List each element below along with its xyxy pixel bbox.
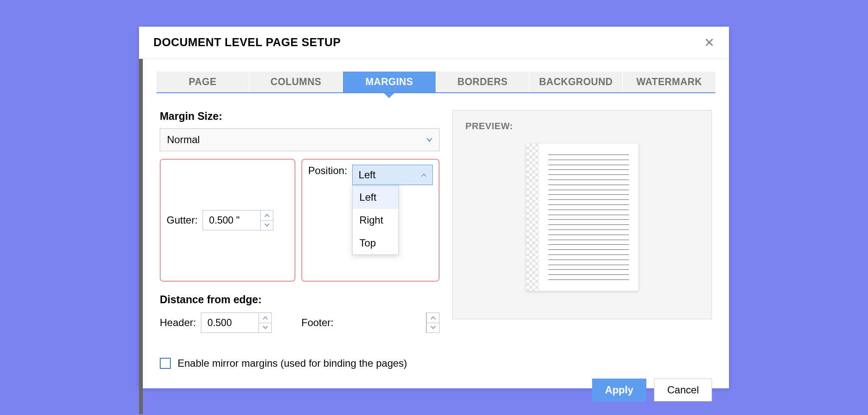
tab-watermark[interactable]: WATERMARK xyxy=(623,72,715,92)
apply-button[interactable]: Apply xyxy=(592,379,647,401)
position-label: Position: xyxy=(308,165,347,177)
tab-margins[interactable]: MARGINS xyxy=(343,72,436,92)
position-group: Position: Left Left Right Top xyxy=(301,159,440,282)
chevron-down-icon xyxy=(426,138,432,142)
margin-size-select[interactable]: Normal xyxy=(160,128,440,151)
tabs-container: PAGE COLUMNS MARGINS BORDERS BACKGROUND … xyxy=(143,59,729,93)
position-option-left[interactable]: Left xyxy=(353,186,398,209)
tab-background[interactable]: BACKGROUND xyxy=(530,72,623,92)
tab-borders[interactable]: BORDERS xyxy=(437,72,530,92)
preview-panel: PREVIEW: xyxy=(452,110,712,319)
position-option-top[interactable]: Top xyxy=(353,232,398,255)
header-label: Header: xyxy=(160,317,196,329)
mirror-margins-label: Enable mirror margins (used for binding … xyxy=(178,357,407,369)
position-select[interactable]: Left Left Right Top xyxy=(352,165,433,185)
margin-size-label: Margin Size: xyxy=(160,110,440,122)
header-value[interactable]: 0.500 xyxy=(201,313,259,332)
tab-page[interactable]: PAGE xyxy=(156,72,250,92)
cancel-button[interactable]: Cancel xyxy=(654,379,712,401)
distance-row: Header: 0.500 Footer: xyxy=(160,313,440,333)
margin-size-value: Normal xyxy=(167,134,200,146)
preview-column: PREVIEW: xyxy=(452,110,712,369)
header-increment[interactable] xyxy=(259,313,271,323)
chevron-up-icon xyxy=(263,316,268,319)
margins-form: Margin Size: Normal Gutter: 0.500 " xyxy=(160,110,440,369)
header-field: Header: 0.500 xyxy=(160,313,295,333)
chevron-down-icon xyxy=(264,224,270,227)
tab-columns[interactable]: COLUMNS xyxy=(250,72,343,92)
tabs: PAGE COLUMNS MARGINS BORDERS BACKGROUND … xyxy=(156,72,715,93)
footer-spinner[interactable] xyxy=(426,313,440,333)
position-value: Left xyxy=(359,169,376,181)
footer-spinner-buttons xyxy=(426,313,439,332)
chevron-down-icon xyxy=(263,326,268,329)
page-preview xyxy=(526,144,638,291)
checkbox-box[interactable] xyxy=(160,358,171,369)
dialog-header: DOCUMENT LEVEL PAGE SETUP ✕ xyxy=(139,27,729,59)
header-spinner-buttons xyxy=(259,313,271,332)
dialog-body: PAGE COLUMNS MARGINS BORDERS BACKGROUND … xyxy=(139,59,729,414)
chevron-down-icon xyxy=(431,326,436,329)
gutter-spinner[interactable]: 0.500 " xyxy=(203,210,273,230)
gutter-value[interactable]: 0.500 " xyxy=(203,210,260,230)
footer-field: Footer: xyxy=(301,313,440,333)
gutter-increment[interactable] xyxy=(261,210,273,221)
distance-label: Distance from edge: xyxy=(160,293,440,306)
gutter-position-row: Gutter: 0.500 " Position: Left xyxy=(160,159,440,282)
preview-gutter-strip xyxy=(526,144,539,291)
gutter-group: Gutter: 0.500 " xyxy=(160,159,295,282)
gutter-label: Gutter: xyxy=(167,214,198,226)
footer-decrement[interactable] xyxy=(427,323,439,333)
close-icon[interactable]: ✕ xyxy=(704,36,715,49)
footer-label: Footer: xyxy=(301,317,334,329)
mirror-margins-checkbox[interactable]: Enable mirror margins (used for binding … xyxy=(160,357,440,369)
chevron-up-icon xyxy=(264,214,270,217)
preview-page-lines xyxy=(539,144,638,291)
chevron-up-icon xyxy=(421,174,426,177)
gutter-spinner-buttons xyxy=(260,210,273,230)
page-setup-dialog: DOCUMENT LEVEL PAGE SETUP ✕ PAGE COLUMNS… xyxy=(139,27,729,388)
distance-section: Distance from edge: Header: 0.500 xyxy=(160,293,440,333)
dialog-title: DOCUMENT LEVEL PAGE SETUP xyxy=(153,36,341,49)
header-spinner[interactable]: 0.500 xyxy=(201,313,272,333)
position-option-right[interactable]: Right xyxy=(353,209,398,232)
footer-increment[interactable] xyxy=(427,313,439,323)
dialog-footer: Apply Cancel xyxy=(143,369,729,414)
preview-label: PREVIEW: xyxy=(465,121,699,132)
chevron-up-icon xyxy=(431,316,436,319)
header-decrement[interactable] xyxy=(259,323,271,333)
position-dropdown: Left Right Top xyxy=(352,185,399,255)
gutter-decrement[interactable] xyxy=(261,221,273,230)
content: Margin Size: Normal Gutter: 0.500 " xyxy=(143,93,729,369)
